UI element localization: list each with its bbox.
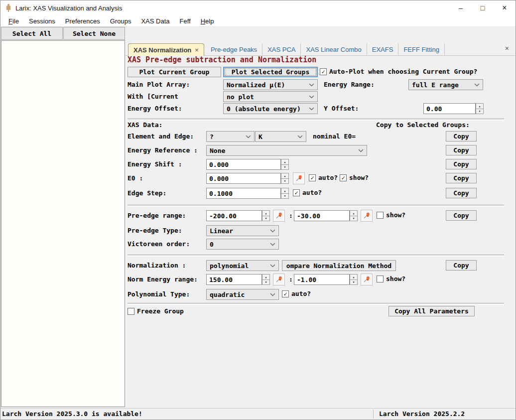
norm-range-lo-input[interactable] bbox=[206, 274, 262, 285]
status-left-text: Larch Version 2025.3.0 is available! bbox=[2, 410, 142, 418]
spin-up-icon[interactable]: ▲ bbox=[281, 188, 289, 193]
e0-input[interactable] bbox=[206, 173, 281, 184]
spin-down-icon[interactable]: ▼ bbox=[281, 193, 289, 199]
energy-range-label: Energy Range: bbox=[324, 81, 375, 88]
e0-auto-checkbox[interactable]: ✓ bbox=[309, 174, 316, 181]
normalization-select[interactable]: polynomial bbox=[206, 260, 279, 271]
copy-e0-button[interactable]: Copy bbox=[446, 173, 477, 183]
freeze-group-checkbox-row: ✓ Freeze Group bbox=[128, 307, 184, 315]
tab-xas-pca[interactable]: XAS PCA bbox=[262, 43, 301, 56]
norm-show-checkbox[interactable]: ✓ bbox=[377, 276, 384, 282]
norm-show-checkbox-row: ✓ show? bbox=[377, 275, 405, 282]
spin-up-icon[interactable]: ▲ bbox=[350, 274, 358, 280]
preedge-range-hi-input[interactable] bbox=[294, 210, 350, 221]
spin-down-icon[interactable]: ▼ bbox=[350, 216, 358, 222]
copy-energy-reference-button[interactable]: Copy bbox=[446, 145, 477, 155]
copy-preedge-button[interactable]: Copy bbox=[446, 210, 477, 221]
norm-hi-pin-button[interactable] bbox=[361, 274, 373, 285]
chevron-down-icon bbox=[270, 229, 275, 233]
chevron-down-icon bbox=[309, 95, 314, 99]
tab-exafs[interactable]: EXAFS bbox=[367, 43, 399, 56]
element-select[interactable]: ? bbox=[206, 131, 255, 142]
preedge-type-select[interactable]: Linear bbox=[206, 225, 279, 236]
pushpin-icon bbox=[363, 212, 371, 220]
select-all-button[interactable]: Select All bbox=[1, 27, 63, 40]
status-right-text: Larch Version 2025.2.2 bbox=[379, 410, 465, 418]
spin-down-icon[interactable]: ▼ bbox=[476, 109, 484, 115]
copy-energy-shift-button[interactable]: Copy bbox=[446, 159, 477, 169]
tab-close-icon[interactable]: × bbox=[195, 46, 199, 54]
norm-range-hi-input[interactable] bbox=[294, 274, 350, 285]
menu-groups[interactable]: Groups bbox=[105, 16, 136, 26]
energy-reference-value: None bbox=[210, 147, 225, 154]
y-offset-input[interactable] bbox=[423, 103, 476, 114]
energy-range-select[interactable]: full E range bbox=[408, 79, 483, 90]
menu-help[interactable]: Help bbox=[196, 16, 219, 26]
section-divider bbox=[128, 255, 504, 257]
spin-down-icon[interactable]: ▼ bbox=[281, 164, 289, 170]
autoplot-label: Auto-Plot when choosing Current Group? bbox=[329, 68, 477, 75]
menu-sessions[interactable]: Sessions bbox=[24, 16, 60, 26]
menu-preferences[interactable]: Preferences bbox=[60, 16, 105, 26]
preedge-range-colon: : bbox=[289, 212, 293, 219]
freeze-group-checkbox[interactable]: ✓ bbox=[128, 308, 134, 315]
compare-normalization-button[interactable]: ompare Normalization Method bbox=[282, 260, 396, 271]
spin-up-icon[interactable]: ▲ bbox=[262, 210, 270, 216]
tab-feff-fitting[interactable]: FEFF Fitting bbox=[398, 43, 445, 56]
with-current-select[interactable]: no plot bbox=[223, 91, 318, 102]
edge-step-input[interactable] bbox=[206, 188, 281, 199]
preedge-range-lo-input[interactable] bbox=[206, 210, 262, 221]
energy-reference-select[interactable]: None bbox=[206, 145, 367, 156]
tab-xas-linear-combo[interactable]: XAS Linear Combo bbox=[301, 43, 367, 56]
spin-down-icon[interactable]: ▼ bbox=[262, 280, 270, 285]
spin-up-icon[interactable]: ▲ bbox=[262, 274, 270, 280]
minimize-button[interactable]: – bbox=[450, 0, 472, 15]
select-none-button[interactable]: Select None bbox=[63, 27, 125, 40]
y-offset-stepper: ▲ ▼ bbox=[476, 103, 484, 114]
spin-up-icon[interactable]: ▲ bbox=[350, 210, 358, 216]
copy-element-button[interactable]: Copy bbox=[446, 131, 477, 141]
edge-step-auto-checkbox[interactable]: ✓ bbox=[293, 189, 300, 196]
menu-xas-data[interactable]: XAS Data bbox=[136, 16, 174, 26]
edge-select[interactable]: K bbox=[255, 131, 306, 142]
tab-xas-normalization[interactable]: XAS Normalization × bbox=[128, 43, 204, 56]
energy-offset-select[interactable]: 0 (absolute energy) bbox=[223, 103, 318, 114]
main-plot-array-value: Normalized μ(E) bbox=[227, 81, 285, 89]
group-list[interactable] bbox=[1, 40, 125, 407]
polynomial-type-select[interactable]: quadratic bbox=[206, 289, 279, 300]
e0-show-checkbox[interactable]: ✓ bbox=[340, 174, 347, 181]
energy-shift-input[interactable] bbox=[206, 159, 281, 170]
maximize-button[interactable]: □ bbox=[472, 0, 494, 15]
menu-feff[interactable]: Feff bbox=[175, 16, 196, 26]
autoplot-checkbox[interactable]: ✓ bbox=[320, 68, 327, 75]
copy-normalization-button[interactable]: Copy bbox=[446, 260, 477, 271]
with-current-value: no plot bbox=[227, 93, 254, 101]
spin-down-icon[interactable]: ▼ bbox=[262, 216, 270, 222]
preedge-lo-pin-button[interactable] bbox=[273, 210, 285, 222]
spin-down-icon[interactable]: ▼ bbox=[350, 280, 358, 285]
menu-file[interactable]: File bbox=[3, 16, 24, 26]
spin-up-icon[interactable]: ▲ bbox=[476, 103, 484, 109]
plot-current-group-button[interactable]: Plot Current Group bbox=[128, 67, 221, 77]
norm-lo-pin-button[interactable] bbox=[273, 274, 285, 285]
pushpin-icon bbox=[275, 212, 283, 220]
plot-selected-groups-button[interactable]: Plot Selected Groups bbox=[223, 67, 318, 77]
energy-offset-label: Energy Offset: bbox=[128, 105, 182, 112]
chevron-down-icon bbox=[270, 243, 275, 246]
copy-edge-step-button[interactable]: Copy bbox=[446, 188, 477, 198]
preedge-hi-pin-button[interactable] bbox=[361, 210, 373, 222]
energy-shift-label: Energy Shift : bbox=[128, 160, 182, 168]
poly-auto-checkbox[interactable]: ✓ bbox=[282, 290, 289, 297]
window-title: Larix: XAS Visualization and Analysis bbox=[15, 4, 122, 12]
preedge-show-checkbox[interactable]: ✓ bbox=[377, 212, 384, 219]
spin-up-icon[interactable]: ▲ bbox=[281, 173, 289, 178]
spin-up-icon[interactable]: ▲ bbox=[281, 159, 289, 164]
copy-all-parameters-button[interactable]: Copy All Parameters bbox=[388, 306, 475, 316]
close-button[interactable]: × bbox=[494, 0, 516, 15]
spin-down-icon[interactable]: ▼ bbox=[281, 178, 289, 184]
panel-close-icon[interactable]: × bbox=[505, 44, 509, 52]
main-plot-array-select[interactable]: Normalized μ(E) bbox=[223, 79, 318, 90]
e0-pin-button[interactable] bbox=[293, 172, 305, 184]
victoreen-order-select[interactable]: 0 bbox=[206, 239, 279, 250]
tab-pre-edge-peaks[interactable]: Pre-edge Peaks bbox=[206, 43, 262, 56]
